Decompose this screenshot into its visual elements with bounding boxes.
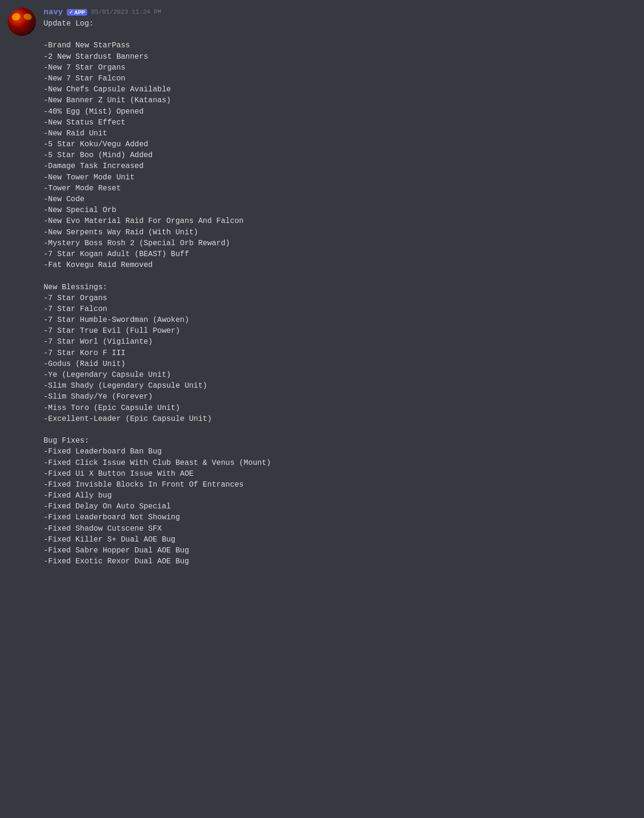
- bot-badge: APP: [67, 9, 88, 16]
- message-content: navy APP 05/01/2023 11:24 PM Update Log:…: [44, 8, 636, 567]
- timestamp: 05/01/2023 11:24 PM: [91, 9, 161, 16]
- avatar: [8, 8, 36, 36]
- message: navy APP 05/01/2023 11:24 PM Update Log:…: [0, 0, 644, 575]
- username: navy: [44, 8, 63, 17]
- message-text: Update Log: -Brand New StarPass -2 New S…: [44, 18, 636, 567]
- message-header: navy APP 05/01/2023 11:24 PM: [44, 8, 636, 17]
